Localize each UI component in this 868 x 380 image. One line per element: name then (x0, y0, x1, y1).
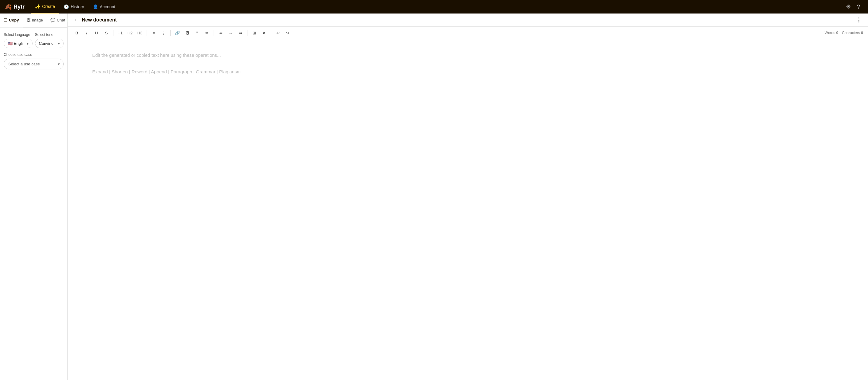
bullet-list-button[interactable]: ≡ (149, 29, 158, 37)
align-left-button[interactable]: ⬅ (216, 29, 225, 37)
op-grammar[interactable]: Grammar (196, 69, 215, 74)
words-count: 0 (836, 31, 838, 35)
characters-count-label: Characters 0 (842, 31, 863, 35)
op-sep-2: | (129, 69, 131, 74)
help-icon[interactable]: ? (854, 4, 863, 10)
ordered-list-button[interactable]: ⋮ (159, 29, 168, 37)
nav-create[interactable]: ✨ Create (31, 0, 59, 13)
op-paragraph[interactable]: Paragraph (170, 69, 192, 74)
h2-button[interactable]: H2 (126, 29, 134, 37)
tone-select-wrapper: Convincing Casual Formal Humorous Inspir… (35, 39, 64, 48)
editor-area: ← New document ⋮ B i U S H1 H2 H3 ≡ ⋮ 🔗 … (68, 13, 868, 380)
editor-toolbar: B i U S H1 H2 H3 ≡ ⋮ 🔗 🖼 " ✏ ⬅ ↔ ➡ ⊞ ✕ ↩… (68, 27, 868, 39)
use-case-label: Choose use case (4, 53, 64, 57)
sidebar: ☰ Copy 🖼 Image 💬 Chat new Select languag… (0, 13, 68, 380)
doc-title: New document (82, 17, 117, 23)
clear-format-button[interactable]: ✕ (260, 29, 268, 37)
nav-account[interactable]: 👤 Account (89, 0, 120, 13)
image-tab-icon: 🖼 (26, 18, 30, 23)
tab-copy-label: Copy (9, 18, 19, 23)
bold-button[interactable]: B (72, 29, 81, 37)
doc-menu-button[interactable]: ⋮ (856, 16, 862, 23)
theme-toggle-icon[interactable]: ☀ (843, 3, 854, 10)
toolbar-sep-2 (147, 30, 147, 36)
align-center-button[interactable]: ↔ (226, 29, 235, 37)
use-case-group: Choose use case Select a use case ▼ (4, 53, 64, 69)
tab-image-label: Image (32, 18, 43, 23)
strikethrough-button[interactable]: S (102, 29, 111, 37)
tone-label: Select tone (35, 33, 64, 37)
tab-image[interactable]: 🖼 Image (23, 13, 47, 27)
toolbar-sep-4 (214, 30, 214, 36)
undo-button[interactable]: ↩ (274, 29, 282, 37)
language-select[interactable]: 🇺🇸 English 🇫🇷 French 🇪🇸 Spanish 🇩🇪 Germa… (4, 39, 33, 48)
logo-label: Rytr (13, 4, 25, 10)
editor-placeholder: Edit the generated or copied text here u… (92, 51, 843, 59)
tab-copy[interactable]: ☰ Copy (0, 13, 23, 27)
editor-body[interactable]: Edit the generated or copied text here u… (68, 39, 868, 380)
sidebar-form: Select language 🇺🇸 English 🇫🇷 French 🇪🇸 … (0, 28, 67, 74)
op-sep-6: | (217, 69, 219, 74)
word-char-count: Words 0 Characters 0 (825, 31, 863, 35)
create-icon: ✨ (35, 4, 40, 9)
tab-chat-label: Chat (57, 18, 65, 23)
op-plagiarism[interactable]: Plagiarism (219, 69, 241, 74)
op-append[interactable]: Append (151, 69, 167, 74)
toolbar-sep-6 (271, 30, 271, 36)
link-button[interactable]: 🔗 (173, 29, 182, 37)
main-layout: ☰ Copy 🖼 Image 💬 Chat new Select languag… (0, 13, 868, 380)
align-right-button[interactable]: ➡ (236, 29, 245, 37)
op-shorten[interactable]: Shorten (112, 69, 128, 74)
sidebar-tabs: ☰ Copy 🖼 Image 💬 Chat new (0, 13, 67, 28)
account-icon: 👤 (93, 4, 98, 9)
quote-button[interactable]: " (193, 29, 201, 37)
op-sep-3: | (149, 69, 151, 74)
redo-button[interactable]: ↪ (283, 29, 292, 37)
topnav: 🍂 Rytr ✨ Create 🕐 History 👤 Account ☀ ? (0, 0, 868, 13)
op-expand[interactable]: Expand (92, 69, 108, 74)
use-case-select[interactable]: Select a use case (4, 59, 64, 69)
tone-group: Select tone Convincing Casual Formal Hum… (35, 33, 64, 48)
history-icon: 🕐 (64, 4, 69, 9)
doc-title-row: ← New document (74, 17, 117, 23)
op-reword[interactable]: Reword (131, 69, 148, 74)
language-label: Select language (4, 33, 33, 37)
language-group: Select language 🇺🇸 English 🇫🇷 French 🇪🇸 … (4, 33, 33, 48)
tone-select[interactable]: Convincing Casual Formal Humorous Inspir… (35, 39, 64, 48)
doc-header: ← New document ⋮ (68, 13, 868, 27)
toolbar-sep-1 (113, 30, 114, 36)
toolbar-sep-3 (170, 30, 170, 36)
back-button[interactable]: ← (74, 17, 79, 23)
language-select-wrapper: 🇺🇸 English 🇫🇷 French 🇪🇸 Spanish 🇩🇪 Germa… (4, 39, 33, 48)
copy-tab-icon: ☰ (4, 18, 7, 23)
editor-operations: Expand | Shorten | Reword | Append | Par… (92, 68, 843, 75)
chat-tab-icon: 💬 (51, 18, 55, 23)
h1-button[interactable]: H1 (116, 29, 124, 37)
use-case-select-wrapper: Select a use case ▼ (4, 59, 64, 69)
image-insert-button[interactable]: 🖼 (183, 29, 191, 37)
italic-button[interactable]: i (82, 29, 91, 37)
characters-count: 0 (861, 31, 863, 35)
nav-history[interactable]: 🕐 History (59, 0, 89, 13)
highlight-button[interactable]: ✏ (203, 29, 211, 37)
table-button[interactable]: ⊞ (250, 29, 258, 37)
underline-button[interactable]: U (92, 29, 101, 37)
logo-icon: 🍂 (5, 3, 12, 10)
op-sep-4: | (168, 69, 170, 74)
op-sep-1: | (109, 69, 112, 74)
nav-history-label: History (71, 4, 84, 9)
nav-account-label: Account (100, 4, 116, 9)
toolbar-sep-5 (247, 30, 247, 36)
h3-button[interactable]: H3 (135, 29, 144, 37)
words-count-label: Words 0 (825, 31, 838, 35)
logo[interactable]: 🍂 Rytr (5, 3, 25, 10)
nav-create-label: Create (42, 4, 55, 9)
lang-tone-row: Select language 🇺🇸 English 🇫🇷 French 🇪🇸 … (4, 33, 64, 48)
